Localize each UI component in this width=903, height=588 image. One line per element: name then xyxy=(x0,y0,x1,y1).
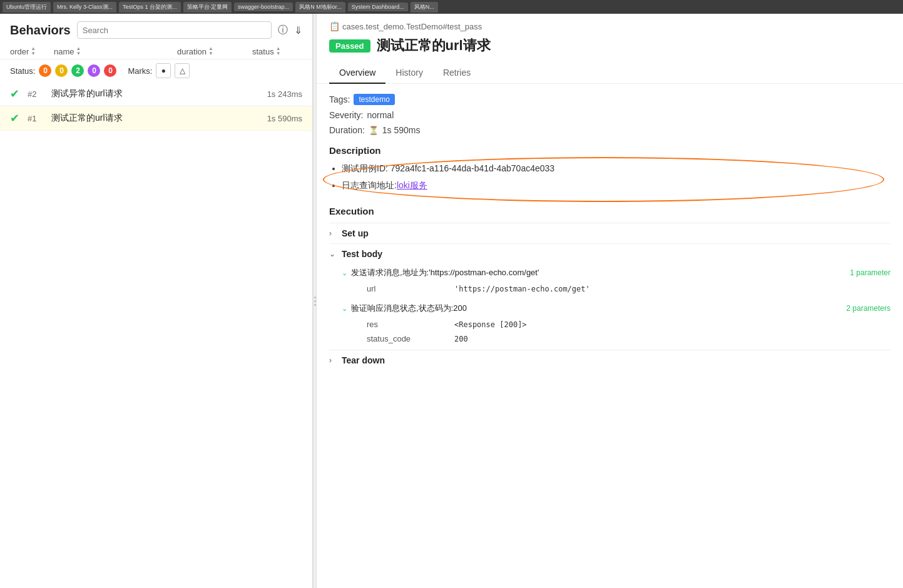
name-sort-arrows: ▲▼ xyxy=(76,46,81,56)
order-sort-arrows: ▲▼ xyxy=(31,46,36,56)
param-val-res: <Response [200]> xyxy=(454,320,527,329)
test-duration-1: 1s 590ms xyxy=(246,114,302,123)
tag-value: testdemo xyxy=(354,94,394,105)
severity-value: normal xyxy=(367,110,394,120)
test-name-2: 测试异常的url请求 xyxy=(51,88,241,99)
description-title: Description xyxy=(329,145,890,156)
tab-overview[interactable]: Overview xyxy=(329,63,385,84)
param-row-status-code: status_code 200 xyxy=(367,332,890,346)
status-badge-1: 0 xyxy=(55,64,68,77)
breadcrumb: 📋 cases.test_demo.TestDemo#test_pass xyxy=(329,21,890,31)
col-status-header[interactable]: status ▲▼ xyxy=(252,46,302,56)
panel-title: Behaviors xyxy=(10,23,71,38)
mark-circle-btn[interactable]: ● xyxy=(156,63,171,78)
col-duration-header[interactable]: duration ▲▼ xyxy=(177,46,252,56)
search-input[interactable] xyxy=(77,21,272,39)
marks-label: Marks: xyxy=(128,66,152,76)
browser-tab-1[interactable]: Ubuntu管理运行 xyxy=(3,2,51,13)
setup-block: › Set up xyxy=(329,223,890,243)
copy-icon: 📋 xyxy=(329,21,340,31)
info-icon[interactable]: ⓘ xyxy=(278,24,288,37)
browser-tab-2[interactable]: Mrs. Kelly 3-Class测... xyxy=(53,2,116,13)
sub-params-2: 2 parameters xyxy=(846,304,890,313)
setup-row[interactable]: › Set up xyxy=(329,223,890,243)
col-order-header[interactable]: order ▲▼ xyxy=(10,46,54,56)
description-item-1: 测试用例ID: 792a4fc1-a116-44da-b41d-4ab70ac4… xyxy=(342,162,890,175)
param-val-url: 'https://postman-echo.com/get' xyxy=(454,285,590,293)
test-row-1[interactable]: ✔ #1 测试正常的url请求 1s 590ms xyxy=(0,106,312,131)
tabs: Overview History Retries xyxy=(329,63,890,83)
sub-row-1[interactable]: ⌄ 发送请求消息,地址为:'https://postman-echo.com/g… xyxy=(342,264,890,281)
passed-badge: Passed xyxy=(329,39,370,53)
test-body-row[interactable]: ⌄ Test body xyxy=(329,244,890,264)
test-body-block: ⌄ Test body ⌄ 发送请求消息,地址为:'https://postma… xyxy=(329,243,890,346)
mark-warning-btn[interactable]: △ xyxy=(175,63,190,78)
breadcrumb-text: cases.test_demo.TestDemo#test_pass xyxy=(342,22,482,31)
teardown-row[interactable]: › Tear down xyxy=(329,350,890,370)
tags-row: Tags: testdemo xyxy=(329,94,890,105)
test-body-label: Test body xyxy=(342,249,382,259)
sub-params-1: 1 parameter xyxy=(850,268,890,277)
param-key-status-code: status_code xyxy=(367,334,442,343)
test-order-2: #2 xyxy=(28,89,46,99)
sub-chevron-1: ⌄ xyxy=(342,269,347,277)
status-badge-3: 0 xyxy=(88,64,100,77)
sub-row-2[interactable]: ⌄ 验证响应消息状态,状态码为:200 2 parameters xyxy=(342,300,890,317)
browser-tab-8[interactable]: 风格N... xyxy=(411,2,438,13)
test-row-2[interactable]: ✔ #2 测试异常的url请求 1s 243ms xyxy=(0,82,312,106)
param-table-1: url 'https://postman-echo.com/get' xyxy=(367,281,890,296)
description-oval-wrapper: 测试用例ID: 792a4fc1-a116-44da-b41d-4ab70ac4… xyxy=(329,162,890,196)
severity-row: Severity: normal xyxy=(329,110,890,120)
tab-retries[interactable]: Retries xyxy=(433,63,481,84)
param-row-res: res <Response [200]> xyxy=(367,317,890,332)
test-order-1: #1 xyxy=(28,114,46,123)
right-panel: 📋 cases.test_demo.TestDemo#test_pass Pas… xyxy=(317,14,903,588)
teardown-chevron: › xyxy=(329,356,338,365)
clock-icon: ⏳ xyxy=(369,126,379,135)
download-icon[interactable]: ⇓ xyxy=(294,24,302,36)
test-body-chevron: ⌄ xyxy=(329,250,338,258)
status-badge-2: 2 xyxy=(71,64,84,77)
browser-tab-6[interactable]: 风格N M地标or... xyxy=(295,2,345,13)
browser-tab-3[interactable]: TestOps 1 台架的测... xyxy=(119,2,181,13)
param-row-url: url 'https://postman-echo.com/get' xyxy=(367,281,890,296)
status-label: Status: xyxy=(10,66,35,76)
marks-section: Marks: ● △ xyxy=(128,63,190,78)
test-list: ✔ #2 测试异常的url请求 1s 243ms ✔ #1 测试正常的url请求… xyxy=(0,82,312,588)
browser-tab-5[interactable]: swagger-bootstrap... xyxy=(234,3,293,11)
left-panel: Behaviors ⓘ ⇓ order ▲▼ name ▲▼ duration … xyxy=(0,14,313,588)
browser-tab-4[interactable]: 策略平台·定量网 xyxy=(183,2,232,13)
setup-chevron: › xyxy=(329,229,338,238)
sub-label-2: 验证响应消息状态,状态码为:200 xyxy=(351,303,839,314)
divider-dot-2 xyxy=(314,300,316,302)
status-badge-0: 0 xyxy=(39,64,51,77)
teardown-label: Tear down xyxy=(342,355,385,365)
description-text-2: 日志查询地址: xyxy=(342,180,397,190)
col-name-header[interactable]: name ▲▼ xyxy=(54,46,177,56)
loki-link[interactable]: loki服务 xyxy=(397,180,427,190)
main-container: Behaviors ⓘ ⇓ order ▲▼ name ▲▼ duration … xyxy=(0,14,903,588)
test-name-1: 测试正常的url请求 xyxy=(51,113,241,124)
param-val-status-code: 200 xyxy=(454,335,468,343)
divider-dot-3 xyxy=(314,304,316,306)
description-item-2: 日志查询地址:loki服务 xyxy=(342,179,890,192)
test-duration-2: 1s 243ms xyxy=(246,89,302,99)
setup-label: Set up xyxy=(342,228,369,238)
execution-title: Execution xyxy=(329,206,890,216)
test-body-content: ⌄ 发送请求消息,地址为:'https://postman-echo.com/g… xyxy=(329,264,890,346)
sub-label-1: 发送请求消息,地址为:'https://postman-echo.com/get… xyxy=(351,267,842,278)
status-bar: Status: 0 0 2 0 0 Marks: ● △ xyxy=(0,59,312,82)
param-key-res: res xyxy=(367,320,442,329)
browser-tab-7[interactable]: System Dashboard... xyxy=(348,3,408,11)
divider-dot-1 xyxy=(314,297,316,298)
test-title: 测试正常的url请求 xyxy=(377,36,491,55)
status-sort-arrows: ▲▼ xyxy=(276,46,281,56)
teardown-block: › Tear down xyxy=(329,350,890,370)
right-header: 📋 cases.test_demo.TestDemo#test_pass Pas… xyxy=(317,14,903,84)
status-badge-4: 0 xyxy=(104,64,116,77)
browser-bar: Ubuntu管理运行 Mrs. Kelly 3-Class测... TestOp… xyxy=(0,0,903,14)
panel-header: Behaviors ⓘ ⇓ xyxy=(0,21,312,44)
description-list: 测试用例ID: 792a4fc1-a116-44da-b41d-4ab70ac4… xyxy=(342,162,890,192)
right-content: Tags: testdemo Severity: normal Duration… xyxy=(317,84,903,588)
tab-history[interactable]: History xyxy=(385,63,433,84)
